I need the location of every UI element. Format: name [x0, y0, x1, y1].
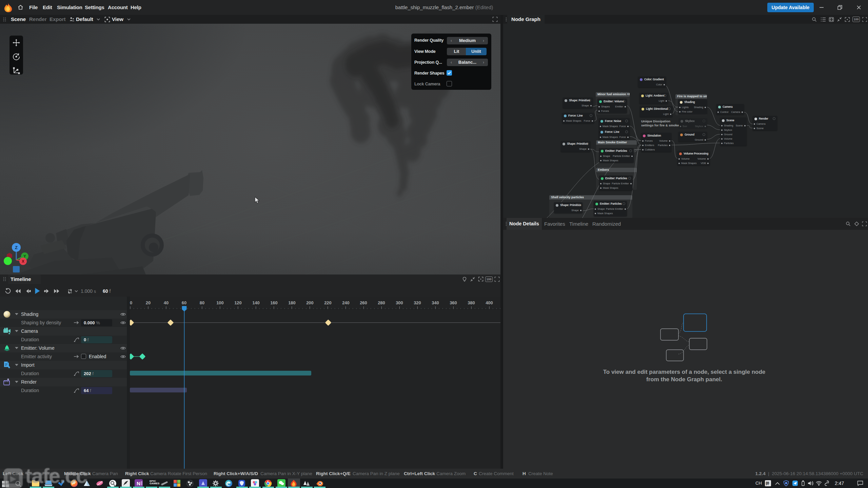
svg-text:260: 260	[360, 300, 367, 305]
svg-text:380: 380	[468, 300, 475, 305]
svg-text:280: 280	[378, 300, 385, 305]
svg-text:0: 0	[130, 300, 132, 305]
svg-text:300: 300	[396, 300, 403, 305]
svg-text:40: 40	[164, 300, 169, 305]
svg-text:Z: Z	[15, 245, 18, 250]
svg-text:20: 20	[146, 300, 151, 305]
svg-text:240: 240	[342, 300, 350, 305]
svg-text:400: 400	[486, 300, 493, 305]
svg-text:120: 120	[234, 300, 242, 305]
svg-text:X: X	[22, 259, 24, 263]
svg-text:200: 200	[306, 300, 314, 305]
svg-text:340: 340	[432, 300, 439, 305]
svg-text:160: 160	[270, 300, 278, 305]
svg-text:80: 80	[200, 300, 204, 305]
svg-text:180: 180	[288, 300, 296, 305]
svg-text:360: 360	[450, 300, 457, 305]
svg-text:140: 140	[252, 300, 260, 305]
svg-text:320: 320	[414, 300, 421, 305]
svg-text:100: 100	[216, 300, 224, 305]
svg-text:Y: Y	[23, 254, 26, 258]
svg-text:60: 60	[182, 300, 186, 305]
svg-text:220: 220	[324, 300, 332, 305]
